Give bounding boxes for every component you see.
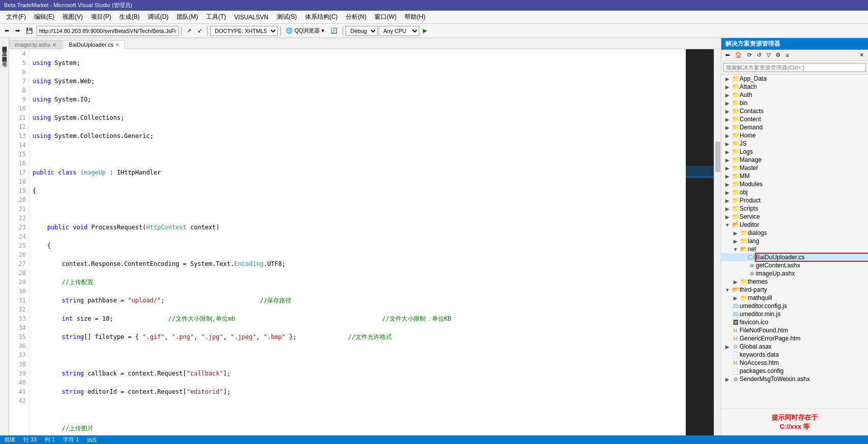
tree-item-packages[interactable]: 📄 packages.config: [721, 367, 868, 375]
menu-project[interactable]: 项目(P): [87, 12, 115, 22]
tab-baiduuploader-close[interactable]: ✕: [115, 42, 119, 48]
tree-item-genericerror[interactable]: H GenericErrorPage.htm: [721, 334, 868, 343]
toolbar-run[interactable]: ▶: [420, 26, 429, 36]
tree-item-favicon[interactable]: 🖼 favicon.ico: [721, 318, 868, 326]
cpu-select[interactable]: Any CPU: [379, 26, 419, 36]
tab-baiduuploader[interactable]: BaiDuUploader.cs ✕: [63, 40, 125, 49]
vertical-scrollbar[interactable]: [714, 49, 721, 435]
rpanel-sync[interactable]: ⟳: [745, 51, 754, 59]
menu-analysis[interactable]: 分析(N): [342, 12, 371, 22]
tree-label-auth: Auth: [740, 91, 868, 98]
tree-item-js[interactable]: ▶ 📁 JS: [721, 140, 868, 148]
tree-toggle-modules: ▶: [723, 182, 731, 187]
tree-item-appdata[interactable]: ▶ 📁 App_Data: [721, 75, 868, 83]
toolbar-svn[interactable]: ↗: [184, 26, 194, 36]
menu-debug[interactable]: 调试(D): [144, 12, 173, 22]
scrollbar-thumb[interactable]: [715, 142, 720, 172]
left-toolbar-toolbox[interactable]: 工具箱: [0, 45, 9, 50]
tree-item-attach[interactable]: ▶ 📁 Attach: [721, 83, 868, 91]
tree-item-content[interactable]: ▶ 📁 Content: [721, 115, 868, 123]
rpanel-filter[interactable]: ▽: [764, 51, 773, 59]
doctype-select[interactable]: DOCTYPE: XHTML5: [210, 26, 278, 36]
tree-label-sender: SenderMsgToWeixin.ashx: [740, 375, 868, 383]
left-toolbar-team[interactable]: 团队资源管理器: [0, 50, 9, 55]
tree-item-mm[interactable]: ▶ 📁 MM: [721, 172, 868, 180]
menu-visualsvn[interactable]: VISUALSVN: [230, 13, 272, 22]
tree-item-obj[interactable]: ▶ 📁 obj: [721, 188, 868, 196]
left-toolbar-bookmark[interactable]: 书签: [0, 55, 9, 60]
tree-toggle-themes: ▶: [731, 279, 740, 285]
tab-imageup[interactable]: imageUp.ashx ✕: [9, 40, 62, 49]
tree-item-master[interactable]: ▶ 📁 Master: [721, 164, 868, 172]
menu-edit[interactable]: 编辑(E): [30, 12, 58, 22]
tree-item-lang[interactable]: ▶ 📁 lang: [721, 237, 868, 245]
tree-item-dialogs[interactable]: ▶ 📁 dialogs: [721, 229, 868, 237]
htm-file-icon-notfound: H: [731, 327, 740, 333]
tree-item-global[interactable]: ▶ ⚙ Global.asax: [721, 343, 868, 351]
solution-search-input[interactable]: [723, 63, 866, 72]
tree-item-contacts[interactable]: ▶ 📁 Contacts: [721, 107, 868, 115]
tree-item-scripts[interactable]: ▶ 📁 Scripts: [721, 204, 868, 213]
url-input[interactable]: [37, 26, 179, 36]
toolbar-refresh[interactable]: 🔄: [328, 26, 340, 36]
toolbar-forward[interactable]: ➡: [13, 26, 22, 36]
menu-arch[interactable]: 体系结构(C): [301, 12, 342, 22]
rpanel-close[interactable]: ✕: [857, 51, 866, 59]
toolbar-svn2[interactable]: ↙: [195, 26, 205, 36]
toolbar-save[interactable]: 💾: [23, 26, 36, 36]
tab-imageup-close[interactable]: ✕: [52, 42, 56, 48]
left-toolbar-server[interactable]: 服务器资源管理器: [0, 40, 9, 45]
tree-item-thirdparty[interactable]: ▼ 📂 third-party: [721, 286, 868, 294]
rpanel-refresh[interactable]: ↺: [755, 51, 763, 59]
tree-item-imageup[interactable]: ⚙ imageUp.ashx: [721, 269, 868, 278]
menu-help[interactable]: 帮助(H): [400, 12, 429, 22]
tree-item-demand[interactable]: ▶ 📁 Demand: [721, 123, 868, 131]
rpanel-settings[interactable]: ⚙: [774, 51, 783, 59]
menu-window[interactable]: 窗口(W): [371, 12, 400, 22]
tree-item-filenotfound[interactable]: H FileNotFound.htm: [721, 326, 868, 334]
tree-item-keywords[interactable]: 📄 keywords.data: [721, 351, 868, 359]
tree-item-themes[interactable]: ▶ 📁 themes: [721, 278, 868, 286]
rpanel-more[interactable]: ≡: [784, 51, 791, 59]
tree-toggle-service: ▶: [723, 214, 731, 220]
tree-item-noaccess[interactable]: H NoAccess.htm: [721, 359, 868, 367]
tree-item-umeditor-config[interactable]: JS umeditor.config.js: [721, 302, 868, 310]
toolbar: ⬅ ➡ 💾 ↗ ↙ DOCTYPE: XHTML5 🌐 QQ浏览器 ▾ 🔄 De…: [0, 24, 868, 38]
tree-item-modules[interactable]: ▶ 📁 Modules: [721, 180, 868, 188]
tree-item-auth[interactable]: ▶ 📁 Auth: [721, 91, 868, 99]
right-panel-search: [721, 61, 868, 75]
tree-toggle-product: ▶: [723, 198, 731, 203]
menu-build[interactable]: 生成(B): [115, 12, 144, 22]
tree-item-baiduuploader[interactable]: C# BaiDuUploader.cs: [721, 253, 868, 261]
menu-tools[interactable]: 工具(T): [202, 12, 230, 22]
tree-toggle-appdata: ▶: [723, 76, 731, 82]
tree-item-home[interactable]: ▶ 📁 Home: [721, 131, 868, 140]
debug-select[interactable]: Debug: [346, 26, 378, 36]
ashx-icon-imageup: ⚙: [748, 271, 756, 277]
config-file-icon: 📄: [731, 368, 740, 374]
tree-item-umeditor-min[interactable]: JS umeditor.min.js: [721, 310, 868, 318]
tree-item-bin[interactable]: ▶ 📁 bin: [721, 99, 868, 107]
cs-file-icon-baiduuploader: C#: [748, 254, 756, 261]
menu-file[interactable]: 文件(F): [2, 12, 30, 22]
tree-label-net: net: [748, 246, 868, 253]
rpanel-home[interactable]: 🏠: [733, 51, 744, 59]
menu-view[interactable]: 视图(V): [58, 12, 87, 22]
menu-team[interactable]: 团队(M): [173, 12, 202, 22]
menu-test[interactable]: 测试(S): [273, 12, 301, 22]
tree-label-global: Global.asax: [740, 343, 868, 350]
tree-item-sendermsgtoweixinashx[interactable]: ▶ ⚙ SenderMsgToWeixin.ashx: [721, 375, 868, 383]
tree-item-manage[interactable]: ▶ 📁 Manage: [721, 156, 868, 164]
code-content[interactable]: using System; using System.Web; using Sy…: [29, 49, 686, 435]
tree-item-logs[interactable]: ▶ 📁 Logs: [721, 148, 868, 156]
toolbar-back[interactable]: ⬅: [2, 26, 12, 36]
tree-item-ueditor[interactable]: ▼ 📂 Ueditor: [721, 221, 868, 229]
tree-item-service[interactable]: ▶ 📁 Service: [721, 213, 868, 221]
tree-item-mathquill[interactable]: ▶ 📁 mathquill: [721, 294, 868, 302]
rpanel-back[interactable]: ⬅: [723, 51, 732, 59]
toolbar-browser[interactable]: 🌐 QQ浏览器 ▾: [283, 25, 327, 36]
tree-label-favicon: favicon.ico: [740, 319, 868, 326]
tree-item-getcontent[interactable]: ⚙ getContent.ashx: [721, 261, 868, 269]
tree-item-product[interactable]: ▶ 📁 Product: [721, 196, 868, 204]
tree-item-net[interactable]: ▼ 📂 net: [721, 245, 868, 253]
